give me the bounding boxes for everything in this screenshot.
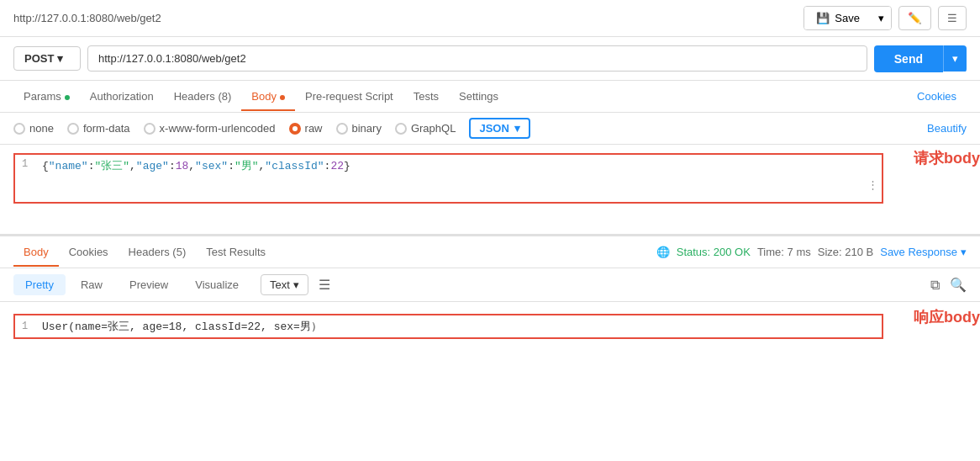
title-bar-actions: 💾 Save ▾ ✏️ ☰ (803, 6, 967, 30)
code-text: {"name":"张三","age":18,"sex":"男","classId… (42, 158, 350, 173)
tabs-bar: Params Authorization Headers (8) Body Pr… (0, 81, 980, 113)
view-raw-button[interactable]: Raw (69, 274, 114, 295)
save-dropdown-button[interactable]: ▾ (872, 7, 891, 29)
tab-authorization[interactable]: Authorization (80, 82, 164, 111)
globe-icon: 🌐 (656, 246, 670, 258)
graphql-radio (395, 123, 407, 135)
json-select[interactable]: JSON ▾ (469, 118, 530, 139)
comment-button[interactable]: ☰ (938, 6, 967, 30)
send-button[interactable]: Send (874, 45, 943, 72)
response-body-editor: 1 User(name=张三, age=18, classId=22, sex=… (13, 314, 883, 339)
raw-radio-inner (292, 126, 298, 131)
response-tabs-bar: Body Cookies Headers (5) Test Results 🌐 … (0, 236, 980, 268)
url-bar: POST ▾ Send ▾ (0, 37, 980, 81)
option-raw[interactable]: raw (289, 122, 323, 135)
option-none[interactable]: none (13, 122, 54, 135)
save-button-group[interactable]: 💾 Save ▾ (803, 6, 892, 30)
method-label: POST (24, 52, 54, 65)
formdata-radio (67, 123, 79, 135)
text-dropdown-icon: ▾ (293, 278, 299, 291)
save-response-button[interactable]: Save Response ▾ (880, 246, 967, 258)
code-line-1: 1 {"name":"张三","age":18,"sex":"男","class… (15, 155, 882, 177)
tab-params[interactable]: Params (13, 82, 80, 111)
tab-settings[interactable]: Settings (449, 82, 508, 111)
copy-icon[interactable]: ⧉ (930, 278, 940, 293)
send-button-group: Send ▾ (874, 45, 967, 72)
beautify-button[interactable]: Beautify (927, 122, 967, 135)
option-urlencoded[interactable]: x-www-form-urlencoded (144, 122, 276, 135)
response-status-bar: 🌐 Status: 200 OK Time: 7 ms Size: 210 B … (656, 246, 967, 258)
method-select[interactable]: POST ▾ (13, 46, 81, 71)
view-pretty-button[interactable]: Pretty (13, 274, 66, 295)
send-dropdown-button[interactable]: ▾ (943, 45, 967, 72)
request-body-editor[interactable]: 1 {"name":"张三","age":18,"sex":"男","class… (13, 153, 883, 204)
line-number-1: 1 (22, 158, 42, 170)
none-radio (13, 123, 25, 135)
raw-radio (289, 123, 301, 135)
save-response-dropdown-icon: ▾ (961, 246, 967, 258)
wrap-icon[interactable]: ☰ (319, 277, 330, 293)
search-icon[interactable]: 🔍 (950, 277, 967, 293)
resize-handle[interactable]: ⋮ (867, 178, 878, 192)
save-icon: 💾 (816, 12, 830, 24)
view-visualize-button[interactable]: Visualize (183, 274, 250, 295)
response-tab-body[interactable]: Body (13, 237, 59, 267)
binary-radio (336, 123, 348, 135)
body-options-bar: none form-data x-www-form-urlencoded raw… (0, 113, 980, 145)
tab-headers[interactable]: Headers (8) (164, 82, 242, 111)
response-section: Body Cookies Headers (5) Test Results 🌐 … (0, 234, 980, 351)
response-size: Size: 210 B (818, 246, 874, 258)
page-title: http://127.0.0.1:8080/web/get2 (13, 12, 161, 24)
view-preview-button[interactable]: Preview (118, 274, 180, 295)
url-input[interactable] (87, 45, 867, 72)
edit-button[interactable]: ✏️ (898, 6, 931, 30)
text-format-select[interactable]: Text ▾ (261, 274, 308, 295)
params-dot (65, 95, 70, 100)
method-dropdown-icon: ▾ (57, 52, 63, 65)
response-tab-headers[interactable]: Headers (5) (119, 237, 197, 267)
response-line-number-1: 1 (22, 321, 42, 332)
response-tab-test-results[interactable]: Test Results (196, 237, 276, 267)
response-line-1: 1 User(name=张三, age=18, classId=22, sex=… (15, 315, 882, 337)
option-form-data[interactable]: form-data (67, 122, 130, 135)
json-dropdown-icon: ▾ (514, 122, 520, 135)
title-bar: http://127.0.0.1:8080/web/get2 💾 Save ▾ … (0, 0, 980, 37)
response-code-text: User(name=张三, age=18, classId=22, sex=男） (42, 319, 322, 334)
tab-cookies[interactable]: Cookies (907, 82, 967, 111)
tab-tests[interactable]: Tests (403, 82, 449, 111)
body-dot (280, 95, 285, 100)
option-graphql[interactable]: GraphQL (395, 122, 456, 135)
request-body-annotation: 请求body (914, 148, 980, 168)
option-binary[interactable]: binary (336, 122, 382, 135)
tab-body[interactable]: Body (241, 82, 295, 111)
response-body-annotation: 响应body (914, 307, 980, 327)
response-tab-cookies[interactable]: Cookies (59, 237, 119, 267)
urlencoded-radio (144, 123, 155, 135)
response-body: 1 User(name=张三, age=18, classId=22, sex=… (0, 302, 980, 351)
status-ok: Status: 200 OK (677, 246, 751, 258)
response-view-bar: Pretty Raw Preview Visualize Text ▾ ☰ ⧉ … (0, 268, 980, 302)
save-button[interactable]: 💾 Save (804, 7, 872, 29)
tab-prerequest[interactable]: Pre-request Script (295, 82, 403, 111)
response-time: Time: 7 ms (757, 246, 811, 258)
